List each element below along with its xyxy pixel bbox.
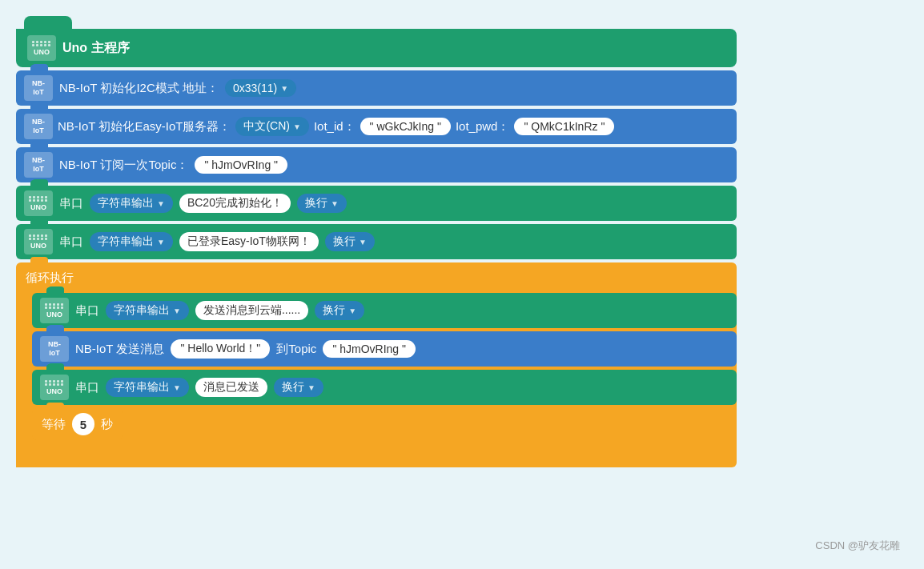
serial1-value: BC20完成初始化！ xyxy=(179,194,291,213)
nb-subscribe-block: NB-IoT NB-IoT 订阅一次Topic： " hJmOvRIng " xyxy=(16,147,737,182)
nb-icon-i2c: NB-IoT xyxy=(24,75,53,101)
loop-block-row: 循环执行 UNO 串口 xyxy=(16,262,737,467)
nb-i2c-block-row: NB-IoT NB-IoT 初始化I2C模式 地址： 0x33(11) ▼ xyxy=(16,70,737,106)
nb-send-topic-value: " hJmOvRIng " xyxy=(323,340,416,358)
nb-i2c-label: NB-IoT 初始化I2C模式 地址： xyxy=(59,81,219,96)
serial2-newline-value: 换行 xyxy=(333,234,356,249)
dropdown-arrow-newline2: ▼ xyxy=(359,238,367,246)
nb-send-row: NB-IoT NB-IoT 发送消息 " Hello World！" 到Topi… xyxy=(32,331,737,367)
loop-serial1-output-value: 字符串输出 xyxy=(114,303,170,318)
main-program-block: UNO Uno 主程序 xyxy=(16,29,737,67)
dropdown-arrow-serial2: ▼ xyxy=(157,238,165,246)
loop-body: UNO 串口 字符串输出 ▼ 发送消息到云端...... 换行 ▼ xyxy=(32,293,737,443)
loop-serial-out-2-block: UNO 串口 字符串输出 ▼ 消息已发送 换行 ▼ xyxy=(32,370,737,405)
nb-send-label: NB-IoT 发送消息 xyxy=(75,342,164,357)
watermark: CSDN @驴友花雕 xyxy=(815,539,900,553)
loop-serial-out-1-block: UNO 串口 字符串输出 ▼ 发送消息到云端...... 换行 ▼ xyxy=(32,293,737,328)
serial1-newline-value: 换行 xyxy=(305,196,327,210)
loop-header: 循环执行 xyxy=(16,262,737,293)
nb-i2c-address-value: 0x33(11) xyxy=(233,82,277,94)
wait-unit: 秒 xyxy=(101,417,113,432)
nb-i2c-block: NB-IoT NB-IoT 初始化I2C模式 地址： 0x33(11) ▼ xyxy=(16,70,737,106)
loop-serial2-newline-value: 换行 xyxy=(282,380,304,395)
loop-serial2-output-dropdown[interactable]: 字符串输出 ▼ xyxy=(106,378,189,397)
serial2-value: 已登录Easy-IoT物联网！ xyxy=(179,232,319,251)
dropdown-arrow-loop-serial2: ▼ xyxy=(173,383,181,392)
iot-id-value: " wGkCJkIng " xyxy=(360,118,451,135)
loop-serial2-output-value: 字符串输出 xyxy=(114,380,170,395)
nb-i2c-address-dropdown[interactable]: 0x33(11) ▼ xyxy=(225,79,296,97)
loop-serial1-label: 串口 xyxy=(75,303,99,319)
main-program-label: Uno 主程序 xyxy=(62,40,130,57)
uno-icon-serial1: UNO xyxy=(24,190,53,216)
iot-id-label: Iot_id： xyxy=(314,119,356,134)
loop-serial-out-2-row: UNO 串口 字符串输出 ▼ 消息已发送 换行 ▼ xyxy=(32,370,737,405)
nb-server-block-row: NB-IoT NB-IoT 初始化Easy-IoT服务器： 中文(CN) ▼ I… xyxy=(16,109,737,144)
uno-icon-loop-serial1: UNO xyxy=(40,298,69,323)
loop-serial1-output-dropdown[interactable]: 字符串输出 ▼ xyxy=(106,301,189,320)
serial-out-2-block: UNO 串口 字符串输出 ▼ 已登录Easy-IoT物联网！ 换行 ▼ xyxy=(16,224,737,259)
dropdown-arrow-loop-serial1: ▼ xyxy=(173,307,181,315)
dropdown-arrow-i2c: ▼ xyxy=(280,84,288,93)
wait-label: 等待 xyxy=(42,417,66,432)
uno-icon-loop-serial2: UNO xyxy=(40,375,69,400)
loop-serial2-value: 消息已发送 xyxy=(195,378,267,397)
nb-subscribe-block-row: NB-IoT NB-IoT 订阅一次Topic： " hJmOvRIng " xyxy=(16,147,737,182)
nb-server-lang-dropdown[interactable]: 中文(CN) ▼ xyxy=(235,117,308,136)
loop-serial2-label: 串口 xyxy=(75,380,99,395)
serial2-label: 串口 xyxy=(59,234,83,250)
loop-block: 循环执行 UNO 串口 xyxy=(16,262,737,467)
nb-send-block: NB-IoT NB-IoT 发送消息 " Hello World！" 到Topi… xyxy=(32,331,737,367)
nb-icon-send: NB-IoT xyxy=(40,336,69,362)
blocks-container: UNO Uno 主程序 NB-IoT NB-IoT 初始化I2C模式 地址： 0… xyxy=(16,16,737,467)
loop-label: 循环执行 xyxy=(26,270,74,286)
wait-block-row: 等待 5 秒 xyxy=(32,408,737,440)
wait-block: 等待 5 秒 xyxy=(32,408,123,440)
nb-icon-subscribe: NB-IoT xyxy=(24,152,53,178)
nb-icon-server: NB-IoT xyxy=(24,114,53,139)
nb-server-label: NB-IoT 初始化Easy-IoT服务器： xyxy=(58,119,231,134)
serial-out-1-row: UNO 串口 字符串输出 ▼ BC20完成初始化！ 换行 ▼ xyxy=(16,186,737,221)
serial1-label: 串口 xyxy=(59,196,83,211)
dropdown-arrow-serial1: ▼ xyxy=(157,199,165,208)
dropdown-arrow-loop-newline2: ▼ xyxy=(307,383,315,392)
serial1-newline-dropdown[interactable]: 换行 ▼ xyxy=(297,194,347,213)
serial-out-1-block: UNO 串口 字符串输出 ▼ BC20完成初始化！ 换行 ▼ xyxy=(16,186,737,221)
dropdown-arrow-newline1: ▼ xyxy=(331,199,339,208)
loop-serial-out-1-row: UNO 串口 字符串输出 ▼ 发送消息到云端...... 换行 ▼ xyxy=(32,293,737,328)
serial1-output-dropdown[interactable]: 字符串输出 ▼ xyxy=(90,194,173,213)
iot-pwd-label: Iot_pwd： xyxy=(456,119,510,134)
uno-icon-main: UNO xyxy=(27,35,56,61)
dropdown-arrow-lang: ▼ xyxy=(293,122,301,131)
iot-pwd-value: " QMkC1kInRz " xyxy=(514,118,614,135)
loop-serial1-newline-value: 换行 xyxy=(323,303,345,318)
nb-send-message: " Hello World！" xyxy=(171,339,270,359)
nb-server-lang-value: 中文(CN) xyxy=(243,119,290,134)
serial-out-2-row: UNO 串口 字符串输出 ▼ 已登录Easy-IoT物联网！ 换行 ▼ xyxy=(16,224,737,259)
loop-serial1-value: 发送消息到云端...... xyxy=(195,301,308,320)
loop-serial2-newline-dropdown[interactable]: 换行 ▼ xyxy=(274,378,323,397)
serial2-newline-dropdown[interactable]: 换行 ▼ xyxy=(325,232,375,251)
nb-subscribe-topic: " hJmOvRIng " xyxy=(195,156,287,174)
serial2-output-dropdown[interactable]: 字符串输出 ▼ xyxy=(90,232,173,251)
serial2-output-value: 字符串输出 xyxy=(98,234,154,249)
nb-server-block: NB-IoT NB-IoT 初始化Easy-IoT服务器： 中文(CN) ▼ I… xyxy=(16,109,737,144)
serial1-output-value: 字符串输出 xyxy=(98,196,154,210)
wait-number: 5 xyxy=(72,413,94,435)
nb-subscribe-label: NB-IoT 订阅一次Topic： xyxy=(59,158,188,173)
dropdown-arrow-loop-newline1: ▼ xyxy=(348,307,356,315)
nb-send-to-topic: 到Topic xyxy=(276,342,316,357)
loop-serial1-newline-dropdown[interactable]: 换行 ▼ xyxy=(315,301,364,320)
uno-icon-serial2: UNO xyxy=(24,229,53,254)
